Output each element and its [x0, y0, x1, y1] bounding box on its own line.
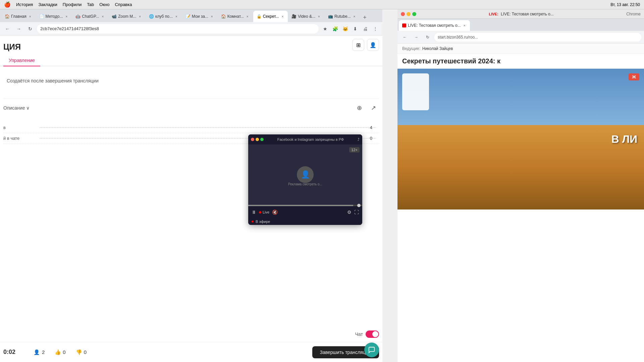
description-label[interactable]: Описание ∨ — [3, 105, 30, 111]
fullscreen-button[interactable]: ⛶ — [354, 209, 359, 215]
tab-label-0: Главная — [11, 14, 26, 19]
presenter-name: Николай Зайцев — [422, 46, 453, 51]
tab-close-5[interactable]: × — [210, 14, 214, 19]
forward-button[interactable]: → — [14, 24, 23, 34]
maximize-button-2[interactable] — [412, 12, 416, 16]
on-air-label: В эфире — [256, 220, 270, 224]
menu-bookmarks[interactable]: Закладки — [38, 2, 57, 7]
on-air-dot — [252, 221, 254, 223]
tab-favicon-6: 🏠 — [221, 14, 226, 19]
share-icon[interactable]: ⊕ — [354, 102, 365, 114]
pause-button[interactable]: ⏸ — [252, 209, 256, 215]
dotted-row-0: в 4 — [3, 122, 379, 133]
tab-close-8[interactable]: × — [317, 14, 321, 19]
menu-profiles[interactable]: Профили — [63, 2, 82, 7]
tab-favicon-2: 🤖 — [75, 14, 80, 19]
menu-help[interactable]: Справка — [115, 2, 132, 7]
tab-favicon-8: 🎥 — [291, 14, 296, 19]
chat-toggle[interactable] — [366, 330, 379, 338]
menu-tab[interactable]: Tab — [87, 2, 94, 7]
chat-label: Чат — [355, 331, 363, 337]
screen-capture-icon[interactable]: ⊞ — [352, 39, 364, 51]
tab-close-4[interactable]: × — [174, 14, 178, 19]
tab-close-0[interactable]: × — [28, 14, 32, 19]
tab-favicon-5: 📝 — [185, 14, 190, 19]
chrome-label-2: Chrome — [626, 12, 641, 16]
row-label-0: в — [3, 125, 37, 130]
video-progress-fill — [248, 205, 353, 206]
print-icon[interactable]: 🖨 — [361, 24, 370, 33]
tab-close-2[interactable]: × — [101, 14, 105, 19]
bar-icons: ★ 🧩 🐱 ⬇ 🖨 ⋮ — [321, 24, 380, 33]
viewers-icon: 👤 — [34, 349, 40, 355]
tab-video[interactable]: 🎥 Video &... × — [288, 11, 324, 22]
tab-label-2: ChatGP... — [82, 14, 99, 19]
more-icon[interactable]: ⋮ — [371, 24, 380, 33]
address-bar: ← → ↻ ★ 🧩 🐱 ⬇ 🖨 ⋮ — [0, 22, 382, 36]
section-info-text: Создаётся после завершения трансляции — [3, 71, 379, 90]
video-text-overlay: Реклама смотреть о... — [248, 180, 362, 188]
row-label-1: й в чате — [3, 136, 37, 141]
video-progress-bar[interactable] — [248, 205, 362, 206]
traffic-lights — [401, 12, 416, 16]
external-link-icon[interactable]: ↗ — [368, 102, 379, 114]
user-icon[interactable]: 👤 — [367, 39, 379, 51]
bottom-stats-bar: 0:02 👤 2 👍 0 👎 0 Завершить трансляцию — [0, 342, 382, 362]
tab-live-2[interactable]: LIVE: Тестовая смотреть о... × — [399, 20, 470, 31]
extension-icon-2[interactable]: 🐱 — [341, 24, 350, 33]
extension-icon-1[interactable]: 🧩 — [331, 24, 339, 33]
download-icon[interactable]: ⬇ — [351, 24, 360, 33]
tab-moi-za[interactable]: 📝 Мои за... × — [182, 11, 217, 22]
url-input-2[interactable] — [434, 33, 641, 42]
video-share-button[interactable]: ⤴ — [358, 137, 360, 141]
tab-glavnaya[interactable]: 🏠 Главная × — [1, 11, 36, 22]
tab-close-live[interactable]: × — [463, 23, 467, 28]
tab-label-3: Zoom M... — [118, 14, 136, 19]
tab-close-3[interactable]: × — [138, 14, 142, 19]
video-progress-dot — [357, 204, 361, 207]
menu-historia[interactable]: История — [16, 2, 33, 7]
tab-favicon-0: 🏠 — [5, 14, 9, 19]
close-button-2[interactable] — [401, 12, 405, 16]
tab-metodo[interactable]: 📄 Методо... × — [36, 11, 72, 22]
nav-tabs: Управление — [0, 52, 382, 66]
tab-close-1[interactable]: × — [64, 14, 68, 19]
top-right-icons: ⊞ 👤 — [352, 39, 379, 51]
back-button[interactable]: ← — [3, 24, 12, 34]
minimize-button-2[interactable] — [407, 12, 411, 16]
dotted-line-0 — [40, 127, 376, 128]
settings-button[interactable]: ⚙ — [347, 209, 352, 215]
bookmark-icon[interactable]: ★ — [321, 24, 329, 33]
refresh-button-2[interactable]: ↻ — [423, 33, 432, 42]
live-indicator-icon: LIVE: — [489, 12, 498, 16]
chat-toggle-row: Чат — [355, 330, 379, 338]
forward-button-2[interactable]: → — [412, 33, 421, 42]
back-button-2[interactable]: ← — [400, 33, 410, 42]
tab-club[interactable]: 🌐 клуб по... × — [146, 11, 182, 22]
tab-close-6[interactable]: × — [246, 14, 250, 19]
video-window-controls — [251, 138, 264, 141]
presenter-info: Ведущие: Николай Зайцев — [397, 44, 644, 54]
video-dot-yellow — [256, 138, 259, 141]
tab-label-7: Секрет... — [263, 14, 279, 19]
page-content-2: Ведущие: Николай Зайцев Секреты путешест… — [397, 44, 644, 362]
menu-window[interactable]: Окно — [99, 2, 109, 7]
refresh-button[interactable]: ↻ — [25, 24, 35, 34]
tab-close-9[interactable]: × — [353, 14, 357, 19]
apple-icon[interactable]: 🍎 — [4, 1, 11, 8]
live-dot — [259, 211, 261, 214]
tab-chatgpt[interactable]: 🤖 ChatGP... × — [72, 11, 108, 22]
tab-zoom[interactable]: 📹 Zoom M... × — [108, 11, 145, 22]
mute-button[interactable]: 🔇 — [272, 209, 278, 215]
tabs-bar-2: LIVE: Тестовая смотреть о... × — [397, 19, 644, 31]
tab-favicon-9: 📺 — [328, 14, 333, 19]
nav-tab-management[interactable]: Управление — [3, 55, 40, 66]
url-input[interactable] — [37, 24, 319, 34]
tab-close-7[interactable]: × — [280, 14, 284, 19]
tab-label-5: Мои за... — [192, 14, 208, 19]
tab-sekrety[interactable]: 🔒 Секрет... × — [253, 11, 288, 22]
tab-komnaty[interactable]: 🏠 Комнат... × — [218, 11, 253, 22]
tab-rutube[interactable]: 📺 Rutube... × — [325, 11, 360, 22]
new-tab-button[interactable]: + — [360, 13, 369, 22]
floating-support-button[interactable] — [364, 343, 379, 357]
